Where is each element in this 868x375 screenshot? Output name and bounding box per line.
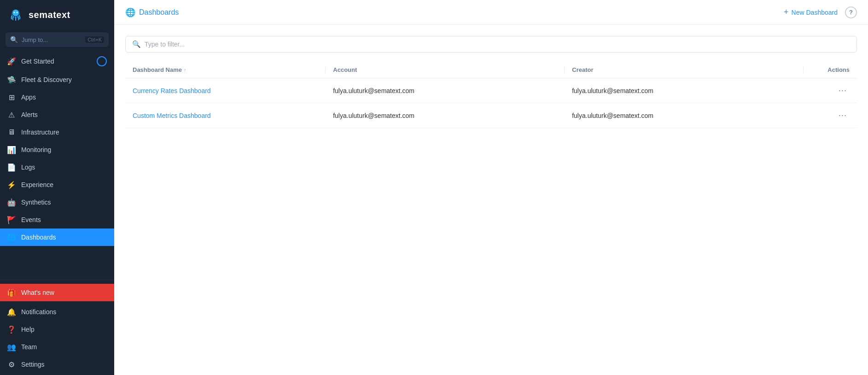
settings-icon: ⚙ — [7, 360, 16, 369]
monitoring-icon: 📊 — [7, 146, 16, 154]
page-title: Dashboards — [139, 8, 179, 17]
sidebar-item-team[interactable]: 👥 Team — [0, 338, 114, 356]
search-icon: 🔍 — [10, 36, 18, 43]
sidebar-item-experience[interactable]: ⚡ Experience — [0, 176, 114, 193]
filter-search-icon: 🔍 — [132, 40, 141, 48]
column-header-creator: Creator — [564, 66, 803, 73]
column-header-account: Account — [325, 66, 564, 73]
sidebar-item-alerts[interactable]: ⚠ Alerts — [0, 106, 114, 123]
table-row: Custom Metrics Dashboard fulya.uluturk@s… — [125, 103, 857, 128]
main-nav: 🚀 Get Started 🛸 Fleet & Discovery ⊞ Apps… — [0, 52, 114, 280]
dashboards-content: 🔍 Dashboard Name ↑ Account Creator Actio… — [114, 25, 868, 375]
dashboards-table: Dashboard Name ↑ Account Creator Actions… — [125, 62, 857, 128]
infrastructure-icon: 🖥 — [7, 128, 16, 136]
sidebar-item-monitoring[interactable]: 📊 Monitoring — [0, 141, 114, 158]
column-actions-label: Actions — [827, 66, 850, 73]
logs-icon: 📄 — [7, 163, 16, 171]
sidebar-item-label: Synthetics — [21, 199, 51, 206]
synthetics-icon: 🤖 — [7, 198, 16, 206]
row-more-button[interactable]: ··· — [836, 110, 850, 121]
svg-point-3 — [17, 12, 18, 13]
sidebar-item-label: Apps — [21, 94, 36, 101]
sidebar-item-label: Monitoring — [21, 146, 51, 153]
new-dashboard-button[interactable]: + New Dashboard — [784, 7, 838, 17]
table-row: Currency Rates Dashboard fulya.uluturk@s… — [125, 78, 857, 103]
svg-point-2 — [14, 12, 15, 13]
jump-to-search[interactable]: 🔍 Jump to... Ctrl+K — [6, 32, 109, 47]
search-shortcut: Ctrl+K — [85, 36, 104, 43]
gift-icon: 🎁 — [7, 288, 16, 297]
sidebar-item-label: Get Started — [21, 58, 54, 65]
events-icon: 🚩 — [7, 216, 16, 224]
sidebar-item-events[interactable]: 🚩 Events — [0, 211, 114, 229]
main-content: 🌐 Dashboards + New Dashboard ? 🔍 Dashboa… — [114, 0, 868, 375]
row-account: fulya.uluturk@sematext.com — [326, 87, 565, 94]
sidebar-item-label: Team — [21, 343, 37, 351]
table-header-row: Dashboard Name ↑ Account Creator Actions — [125, 62, 857, 78]
row-dashboard-name: Custom Metrics Dashboard — [133, 111, 326, 120]
sidebar-item-fleet-discovery[interactable]: 🛸 Fleet & Discovery — [0, 71, 114, 88]
row-actions: ··· — [804, 110, 850, 121]
sidebar-item-label: Logs — [21, 164, 35, 171]
search-placeholder-text: Jump to... — [22, 36, 82, 43]
dashboards-icon: 🌐 — [7, 233, 16, 241]
sidebar-item-label: Help — [21, 326, 35, 333]
sidebar-item-label: Fleet & Discovery — [21, 76, 72, 83]
sidebar-item-synthetics[interactable]: 🤖 Synthetics — [0, 193, 114, 211]
sidebar-item-label: Alerts — [21, 111, 38, 118]
sidebar-item-label: Notifications — [21, 308, 56, 316]
sidebar-item-label: Settings — [21, 361, 45, 368]
experience-icon: ⚡ — [7, 181, 16, 189]
sidebar-item-label: Dashboards — [21, 234, 56, 241]
fleet-icon: 🛸 — [7, 76, 16, 84]
column-header-actions: Actions — [803, 66, 850, 73]
sidebar-item-label: What's new — [21, 289, 54, 296]
get-started-badge — [97, 56, 107, 66]
sidebar-logo[interactable]: sematext — [0, 0, 114, 29]
sidebar-item-label: Experience — [21, 181, 53, 188]
topbar-actions: + New Dashboard ? — [784, 6, 857, 18]
logo-text: sematext — [29, 10, 70, 20]
sidebar-item-get-started[interactable]: 🚀 Get Started — [0, 52, 114, 71]
sidebar-item-help[interactable]: ❓ Help — [0, 321, 114, 338]
svg-point-1 — [12, 10, 19, 16]
bell-icon: 🔔 — [7, 308, 16, 316]
filter-bar[interactable]: 🔍 — [125, 36, 857, 53]
question-mark-icon: ? — [849, 9, 853, 16]
topbar: 🌐 Dashboards + New Dashboard ? — [114, 0, 868, 25]
new-dashboard-label: New Dashboard — [792, 9, 838, 16]
row-account: fulya.uluturk@sematext.com — [326, 112, 565, 119]
sidebar-item-apps[interactable]: ⊞ Apps — [0, 88, 114, 106]
dashboard-link[interactable]: Custom Metrics Dashboard — [133, 112, 211, 119]
column-header-name[interactable]: Dashboard Name ↑ — [133, 66, 325, 73]
row-actions: ··· — [804, 85, 850, 96]
sidebar-item-infrastructure[interactable]: 🖥 Infrastructure — [0, 123, 114, 141]
row-dashboard-name: Currency Rates Dashboard — [133, 87, 326, 95]
apps-icon: ⊞ — [7, 93, 16, 101]
sort-arrow-icon: ↑ — [184, 67, 186, 73]
sidebar-item-label: Infrastructure — [21, 129, 59, 136]
globe-icon: 🌐 — [125, 7, 135, 18]
sidebar-item-label: Events — [21, 216, 41, 223]
plus-icon: + — [784, 7, 789, 17]
help-icon: ❓ — [7, 325, 16, 334]
column-name-label: Dashboard Name — [133, 66, 182, 73]
team-icon: 👥 — [7, 343, 16, 351]
sidebar-item-settings[interactable]: ⚙ Settings — [0, 356, 114, 373]
sidebar-item-whats-new[interactable]: 🎁 What's new — [0, 284, 114, 301]
sidebar-item-notifications[interactable]: 🔔 Notifications — [0, 303, 114, 321]
sidebar-bottom: 🎁 What's new 🔔 Notifications ❓ Help 👥 Te… — [0, 280, 114, 375]
column-account-label: Account — [333, 66, 357, 73]
dashboard-link[interactable]: Currency Rates Dashboard — [133, 87, 211, 94]
rocket-icon: 🚀 — [7, 57, 16, 65]
octopus-logo-icon — [7, 6, 24, 23]
sidebar-item-dashboards[interactable]: 🌐 Dashboards — [0, 229, 114, 246]
sidebar: sematext 🔍 Jump to... Ctrl+K 🚀 Get Start… — [0, 0, 114, 375]
row-creator: fulya.uluturk@sematext.com — [565, 87, 804, 94]
row-more-button[interactable]: ··· — [836, 85, 850, 96]
alerts-icon: ⚠ — [7, 111, 16, 119]
row-creator: fulya.uluturk@sematext.com — [565, 112, 804, 119]
topbar-help-button[interactable]: ? — [845, 6, 857, 18]
filter-input[interactable] — [145, 41, 850, 48]
sidebar-item-logs[interactable]: 📄 Logs — [0, 158, 114, 176]
